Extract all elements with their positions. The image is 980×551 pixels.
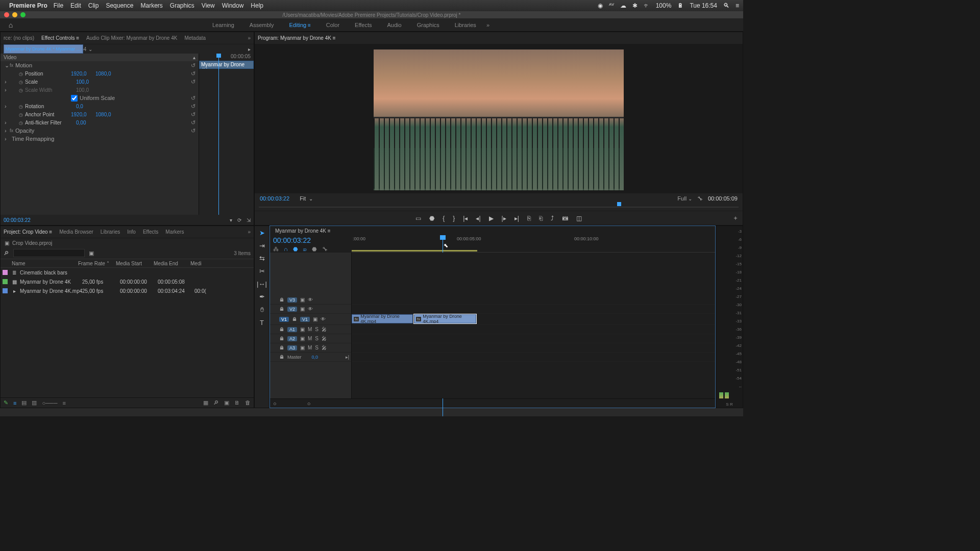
play-button[interactable]: ▶ — [489, 215, 494, 222]
mark-in-button[interactable]: { — [443, 215, 445, 222]
effect-controls-keyframe-area[interactable]: 00:00:05 Myanmar by Drone 4K.m — [199, 54, 254, 215]
timeline-tab[interactable]: Myanmar by Drone 4K ≡ — [275, 228, 331, 234]
lock-icon[interactable]: 🔒︎ — [279, 354, 284, 360]
export-frame-button[interactable]: ⤴ — [551, 215, 554, 222]
audio-meters[interactable]: -3-6-9-12-15-18-21-24-27-30-31-33-36-39-… — [716, 226, 743, 408]
ec-nav-next-icon[interactable]: ▸ — [248, 46, 251, 52]
menu-graphics[interactable]: Graphics — [170, 2, 194, 9]
new-bin-icon[interactable]: ▣ — [89, 250, 94, 257]
extract-button[interactable]: ⎗ — [539, 215, 543, 222]
button-editor-icon[interactable]: ＋ — [732, 214, 739, 222]
track-header-v3[interactable]: 🔒︎V3▣👁︎ — [270, 295, 351, 305]
tab-audio-mixer[interactable]: Audio Clip Mixer: Myanmar by Drone 4K — [86, 35, 177, 41]
tab-media-browser[interactable]: Media Browser — [59, 229, 93, 235]
menu-clip[interactable]: Clip — [88, 2, 99, 9]
trash-button[interactable]: 🗑︎ — [245, 399, 251, 406]
ec-timecode[interactable]: 00:00:03:22 — [4, 217, 31, 223]
label-chip[interactable] — [3, 279, 8, 284]
track-header-v2[interactable]: 🔒︎V2▣👁︎ — [270, 305, 351, 314]
menu-sequence[interactable]: Sequence — [106, 2, 133, 9]
slip-tool[interactable]: |↔| — [257, 280, 267, 288]
wifi-icon[interactable]: ᯤ — [644, 2, 650, 9]
add-marker-button[interactable]: ▭ — [415, 215, 421, 222]
anchor-x[interactable]: 1920,0 — [71, 112, 95, 117]
menu-edit[interactable]: Edit — [70, 2, 81, 9]
ec-master-dropdown[interactable] — [88, 46, 92, 52]
reset-motion-icon[interactable]: ↺ — [191, 62, 195, 69]
reset-rotation-icon[interactable]: ↺ — [191, 103, 195, 110]
lock-icon[interactable]: 🔒︎ — [279, 297, 284, 303]
anchor-y[interactable]: 1080,0 — [95, 112, 120, 117]
program-zoom-dropdown[interactable]: Fit — [300, 195, 313, 202]
tl-settings-icon[interactable]: ⎄ — [303, 246, 307, 253]
add-marker-icon[interactable]: ⬣ — [293, 246, 298, 253]
hand-tool[interactable]: ✋︎ — [260, 306, 264, 314]
prop-timeremap[interactable]: Time Remapping — [12, 136, 54, 142]
list-view-button[interactable]: ≡ — [13, 400, 16, 406]
ws-assembly[interactable]: Assembly — [250, 22, 274, 28]
bluetooth-icon[interactable]: ✱ — [632, 2, 638, 9]
linked-selection-icon[interactable]: ∩ — [284, 246, 288, 253]
timeline-content[interactable]: fxMyanmar by Drone 4K.mp4 fxMyanmar by D… — [352, 253, 715, 398]
prop-motion[interactable]: Motion — [15, 62, 32, 68]
track-header-a1[interactable]: 🔒︎A1▣MS🎤︎ — [270, 325, 351, 334]
timeline-clip[interactable]: fxMyanmar by Drone 4K.mp4 — [352, 314, 413, 323]
track-header-master[interactable]: 🔒︎Master0,0▸| — [270, 353, 351, 362]
sync-lock-icon[interactable]: ▣ — [300, 297, 305, 303]
twisty-icon[interactable]: › — [5, 136, 10, 142]
ec-kf-clip[interactable]: Myanmar by Drone 4K.m — [199, 61, 254, 69]
ec-section-toggle-icon[interactable]: ▴ — [193, 55, 195, 60]
find-icon[interactable]: 🔎︎ — [213, 399, 219, 406]
sync-lock-icon[interactable]: ▣ — [300, 336, 305, 341]
eye-icon[interactable]: 👁︎ — [321, 316, 326, 322]
source-patch-v1[interactable]: V1 — [279, 317, 289, 322]
reset-antiflicker-icon[interactable]: ↺ — [191, 119, 195, 126]
reset-opacity-icon[interactable]: ↺ — [191, 128, 195, 134]
tabs-overflow-icon[interactable]: » — [248, 35, 251, 41]
sync-lock-icon[interactable]: ▣ — [300, 327, 305, 332]
tab-info[interactable]: Info — [127, 229, 136, 235]
write-icon[interactable]: ✎ — [4, 399, 8, 406]
tab-effects[interactable]: Effects — [143, 229, 158, 235]
new-bin-button[interactable]: ▣ — [224, 399, 229, 406]
mic-icon[interactable]: 🎤︎ — [322, 336, 327, 341]
position-y[interactable]: 1080,0 — [95, 71, 120, 77]
ws-learning[interactable]: Learning — [212, 22, 234, 28]
auto-seq-icon[interactable]: ▦ — [203, 399, 208, 406]
uniform-scale-checkbox[interactable] — [71, 95, 78, 102]
wrench-icon[interactable]: 🔧︎ — [697, 195, 703, 202]
tl-zoom-handle[interactable]: ○ — [307, 400, 311, 407]
traffic-lights[interactable] — [4, 12, 26, 17]
track-header-v1[interactable]: V1🔒︎V1▣👁︎ — [270, 314, 351, 325]
maximize-window-icon[interactable] — [20, 12, 26, 17]
spotlight-icon[interactable]: 🔍︎ — [723, 2, 729, 9]
project-row[interactable]: ≣Cinematic black bars — [1, 268, 254, 277]
tabs-overflow-icon[interactable]: » — [248, 229, 251, 235]
ws-effects[interactable]: Effects — [355, 22, 372, 28]
new-item-button[interactable]: 🗎 — [234, 399, 240, 406]
marker-icon[interactable]: ⬣ — [429, 215, 434, 222]
program-resolution-dropdown[interactable]: Full — [677, 195, 692, 202]
ws-graphics[interactable]: Graphics — [417, 22, 439, 28]
reset-position-icon[interactable]: ↺ — [191, 70, 195, 77]
av-icon[interactable]: ᴬⱽ — [609, 2, 614, 9]
timeline-clip-selected[interactable]: fxMyanmar by Drone 4K.mp4 — [414, 314, 476, 323]
ec-playhead[interactable] — [218, 54, 219, 215]
twisty-icon[interactable]: › — [5, 128, 10, 134]
project-row[interactable]: ▦Myanmar by Drone 4K25,00 fps00:00:00:00… — [1, 277, 254, 286]
pen-tool[interactable]: ✒︎ — [259, 293, 265, 300]
menu-window[interactable]: Window — [222, 2, 244, 9]
stopwatch-icon[interactable]: ◷ — [19, 104, 23, 109]
stopwatch-icon[interactable]: ◷ — [19, 80, 23, 85]
antiflicker-value[interactable]: 0,00 — [76, 120, 101, 126]
ws-overflow-icon[interactable]: » — [486, 22, 489, 28]
selection-tool[interactable]: ➤ — [259, 229, 265, 237]
lift-button[interactable]: ⎘ — [527, 215, 531, 222]
project-columns-header[interactable]: Name Frame Rate ˄ Media Start Media End … — [1, 259, 254, 268]
tab-effect-controls[interactable]: Effect Controls — [41, 35, 79, 41]
mic-icon[interactable]: 🎤︎ — [322, 345, 327, 350]
program-scrubber[interactable] — [259, 204, 739, 211]
ws-editing[interactable]: Editing — [289, 22, 311, 28]
tl-zoom-out[interactable]: ○ — [273, 400, 277, 407]
ripple-edit-tool[interactable]: ⇆ — [259, 255, 265, 262]
